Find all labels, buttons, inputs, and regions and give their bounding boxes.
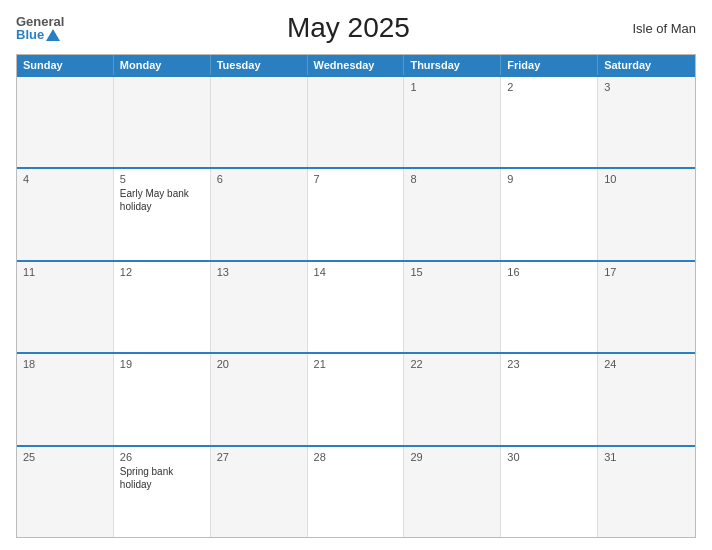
- day-event-5: Early May bank holiday: [120, 187, 204, 213]
- day-cell-21: 21: [308, 354, 405, 444]
- header-sunday: Sunday: [17, 55, 114, 75]
- day-number-28: 28: [314, 451, 398, 463]
- day-cell-4: 4: [17, 169, 114, 259]
- day-number-27: 27: [217, 451, 301, 463]
- day-cell-5: 5Early May bank holiday: [114, 169, 211, 259]
- day-cell-30: 30: [501, 447, 598, 537]
- header-friday: Friday: [501, 55, 598, 75]
- header-saturday: Saturday: [598, 55, 695, 75]
- empty-cell-w0-2: [211, 77, 308, 167]
- day-cell-10: 10: [598, 169, 695, 259]
- day-cell-31: 31: [598, 447, 695, 537]
- day-number-7: 7: [314, 173, 398, 185]
- header-thursday: Thursday: [404, 55, 501, 75]
- day-cell-15: 15: [404, 262, 501, 352]
- calendar-header: Sunday Monday Tuesday Wednesday Thursday…: [17, 55, 695, 75]
- day-number-11: 11: [23, 266, 107, 278]
- day-cell-25: 25: [17, 447, 114, 537]
- day-number-3: 3: [604, 81, 689, 93]
- day-number-2: 2: [507, 81, 591, 93]
- day-cell-29: 29: [404, 447, 501, 537]
- day-cell-14: 14: [308, 262, 405, 352]
- calendar-page: General Blue May 2025 Isle of Man Sunday…: [0, 0, 712, 550]
- day-number-23: 23: [507, 358, 591, 370]
- day-number-31: 31: [604, 451, 689, 463]
- day-cell-8: 8: [404, 169, 501, 259]
- day-cell-11: 11: [17, 262, 114, 352]
- day-cell-18: 18: [17, 354, 114, 444]
- week-row-3: 11121314151617: [17, 260, 695, 352]
- calendar-body: 12345Early May bank holiday6789101112131…: [17, 75, 695, 537]
- empty-cell-w0-1: [114, 77, 211, 167]
- day-cell-19: 19: [114, 354, 211, 444]
- day-cell-28: 28: [308, 447, 405, 537]
- day-cell-26: 26Spring bank holiday: [114, 447, 211, 537]
- day-number-16: 16: [507, 266, 591, 278]
- logo-blue-text: Blue: [16, 28, 64, 41]
- logo: General Blue: [16, 15, 64, 41]
- day-event-26: Spring bank holiday: [120, 465, 204, 491]
- header-wednesday: Wednesday: [308, 55, 405, 75]
- week-row-4: 18192021222324: [17, 352, 695, 444]
- day-number-5: 5: [120, 173, 204, 185]
- day-cell-7: 7: [308, 169, 405, 259]
- header-monday: Monday: [114, 55, 211, 75]
- day-number-15: 15: [410, 266, 494, 278]
- week-row-1: 123: [17, 75, 695, 167]
- day-cell-16: 16: [501, 262, 598, 352]
- month-title: May 2025: [64, 12, 632, 44]
- day-cell-1: 1: [404, 77, 501, 167]
- day-cell-13: 13: [211, 262, 308, 352]
- day-cell-9: 9: [501, 169, 598, 259]
- day-number-13: 13: [217, 266, 301, 278]
- day-number-29: 29: [410, 451, 494, 463]
- day-number-9: 9: [507, 173, 591, 185]
- day-cell-23: 23: [501, 354, 598, 444]
- day-number-14: 14: [314, 266, 398, 278]
- day-number-10: 10: [604, 173, 689, 185]
- day-cell-12: 12: [114, 262, 211, 352]
- day-number-18: 18: [23, 358, 107, 370]
- day-number-19: 19: [120, 358, 204, 370]
- header-tuesday: Tuesday: [211, 55, 308, 75]
- day-cell-2: 2: [501, 77, 598, 167]
- page-header: General Blue May 2025 Isle of Man: [16, 12, 696, 44]
- day-cell-22: 22: [404, 354, 501, 444]
- day-number-30: 30: [507, 451, 591, 463]
- day-number-17: 17: [604, 266, 689, 278]
- week-row-2: 45Early May bank holiday678910: [17, 167, 695, 259]
- day-cell-17: 17: [598, 262, 695, 352]
- calendar-grid: Sunday Monday Tuesday Wednesday Thursday…: [16, 54, 696, 538]
- day-cell-6: 6: [211, 169, 308, 259]
- day-number-25: 25: [23, 451, 107, 463]
- day-number-22: 22: [410, 358, 494, 370]
- day-cell-24: 24: [598, 354, 695, 444]
- day-number-20: 20: [217, 358, 301, 370]
- day-number-12: 12: [120, 266, 204, 278]
- day-number-6: 6: [217, 173, 301, 185]
- day-number-24: 24: [604, 358, 689, 370]
- day-number-26: 26: [120, 451, 204, 463]
- day-cell-27: 27: [211, 447, 308, 537]
- region-label: Isle of Man: [632, 21, 696, 36]
- day-number-21: 21: [314, 358, 398, 370]
- day-number-4: 4: [23, 173, 107, 185]
- week-row-5: 2526Spring bank holiday2728293031: [17, 445, 695, 537]
- empty-cell-w0-3: [308, 77, 405, 167]
- day-cell-20: 20: [211, 354, 308, 444]
- empty-cell-w0-0: [17, 77, 114, 167]
- day-number-8: 8: [410, 173, 494, 185]
- day-number-1: 1: [410, 81, 494, 93]
- logo-triangle-icon: [46, 29, 60, 41]
- day-cell-3: 3: [598, 77, 695, 167]
